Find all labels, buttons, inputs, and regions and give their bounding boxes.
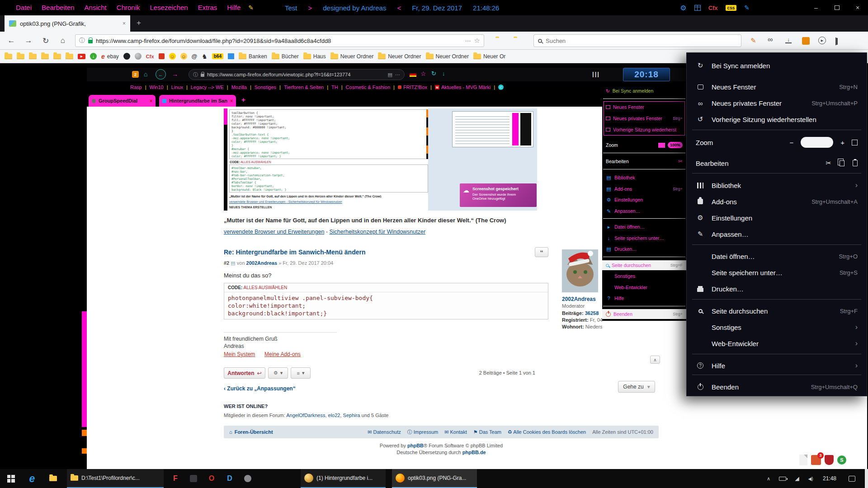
tray-expand-icon[interactable]: ∧ bbox=[762, 469, 775, 488]
menu-item-library[interactable]: Bibliothek› bbox=[687, 177, 867, 193]
user-posts-count-link[interactable]: 36258 bbox=[585, 310, 599, 316]
downloads-icon[interactable]: ↓ bbox=[785, 38, 792, 43]
post2-author-link[interactable]: 2002Andreas bbox=[246, 260, 278, 266]
left-scrollbar-thumb[interactable] bbox=[82, 311, 87, 427]
minimize-button[interactable]: – bbox=[806, 0, 826, 15]
select-all-link[interactable]: ALLES AUSWÄHLEN bbox=[243, 285, 287, 290]
quote-button[interactable]: “ bbox=[535, 247, 548, 257]
globe-icon[interactable] bbox=[135, 53, 142, 60]
b64-icon[interactable]: b64 bbox=[212, 53, 223, 59]
mein-system-link[interactable]: Mein System bbox=[224, 351, 255, 357]
close-button[interactable]: × bbox=[847, 0, 868, 15]
forward-icon[interactable]: → bbox=[22, 36, 35, 45]
site-info-icon[interactable]: ⓘ bbox=[79, 37, 85, 45]
green-app-icon[interactable]: S bbox=[837, 455, 846, 465]
taskbar-app1-icon[interactable]: F bbox=[166, 469, 184, 488]
edge-icon[interactable]: e bbox=[22, 469, 42, 488]
topic-tools-button[interactable]: ⚙▾ bbox=[268, 367, 288, 379]
scrollbar-button-icon[interactable] bbox=[82, 430, 87, 436]
url-input[interactable] bbox=[96, 38, 462, 44]
bookmark-folder-icon[interactable] bbox=[53, 54, 61, 59]
bookmark-folder-icon[interactable] bbox=[5, 54, 12, 59]
menu-item-addons[interactable]: Add-onsStrg+Umschalt+A bbox=[687, 193, 867, 210]
page-actions-icon[interactable]: ⋯ bbox=[465, 38, 471, 44]
scroll-top-button[interactable]: ∧ bbox=[650, 356, 660, 364]
member-link[interactable]: AngelOfDarkness bbox=[286, 413, 325, 418]
zoom-level-pill[interactable] bbox=[801, 137, 833, 148]
smiley-icon[interactable]: ☺ bbox=[169, 53, 176, 60]
cut-icon[interactable]: ✂ bbox=[826, 159, 831, 167]
phpbb-link[interactable]: phpBB bbox=[407, 443, 424, 448]
at-icon[interactable]: @ bbox=[192, 53, 198, 60]
bookmark-folder-neuer3[interactable]: Neuer Ordner bbox=[426, 53, 469, 60]
home-icon[interactable]: ⌂ bbox=[56, 36, 70, 45]
update-tray-icon[interactable]: 3 bbox=[811, 455, 821, 465]
post2-title[interactable]: Re: Hintergrundfarbe im Sanwich-Menü änd… bbox=[224, 249, 365, 256]
sidebar-icon[interactable] bbox=[835, 38, 836, 45]
copy-icon[interactable] bbox=[840, 160, 844, 166]
taskbar-clock[interactable]: 21:48 bbox=[817, 469, 842, 488]
bookmark-folder-neuer1[interactable]: Neuer Ordner bbox=[330, 53, 373, 60]
battery-icon[interactable] bbox=[776, 469, 789, 488]
bookmark-folder-banken[interactable]: Banken bbox=[239, 53, 267, 60]
goto-dropdown[interactable]: Gehe zu▾ bbox=[618, 381, 655, 393]
smiley2-icon[interactable]: ☺ bbox=[180, 53, 187, 60]
menu-item-private-window[interactable]: ∞ Neues privates FensterStrg+Umschalt+P bbox=[687, 95, 867, 111]
antivirus-shield-icon[interactable] bbox=[825, 455, 834, 465]
taskbar-folder-window[interactable]: D:\Test1\Profilordner\c... bbox=[67, 469, 164, 488]
red-app-icon[interactable] bbox=[159, 53, 165, 59]
menu-item-settings[interactable]: ⚙ Einstellungen bbox=[687, 210, 867, 226]
tab-optik03[interactable]: optik03.png (PNG-Grafik, × bbox=[5, 15, 130, 32]
menu-chronik[interactable]: Chronik bbox=[112, 0, 145, 15]
menu-item-more[interactable]: Sonstiges› bbox=[687, 319, 867, 335]
search-input[interactable] bbox=[546, 38, 737, 44]
zoom-out-button[interactable]: − bbox=[789, 139, 793, 146]
network-icon[interactable]: ◢ bbox=[790, 469, 804, 488]
maximize-button[interactable] bbox=[826, 0, 847, 15]
menu-item-find-in-page[interactable]: Seite durchsuchenStrg+F bbox=[687, 303, 867, 319]
menu-datei[interactable]: Datei bbox=[11, 0, 37, 15]
taskbar-image-window[interactable]: optik03.png (PNG-Gra... bbox=[392, 469, 477, 488]
explorer-icon[interactable] bbox=[42, 469, 63, 488]
sync-tabs-icon[interactable]: ∞ bbox=[768, 36, 773, 44]
theme-brush-icon[interactable]: ✎ bbox=[750, 37, 756, 45]
menu-hilfe[interactable]: Hilfe bbox=[222, 0, 245, 15]
menu-item-open-file[interactable]: Datei öffnen…Strg+O bbox=[687, 248, 867, 264]
chess-icon[interactable]: ♞ bbox=[202, 53, 208, 60]
extension-icon[interactable] bbox=[802, 37, 810, 45]
bookmark-folder-icon[interactable] bbox=[17, 54, 24, 59]
taskbar-app4-icon[interactable]: D bbox=[221, 469, 239, 488]
meine-addons-link[interactable]: Meine Add-ons bbox=[264, 351, 301, 357]
reload-icon[interactable]: ↻ bbox=[39, 36, 52, 46]
back-icon[interactable]: ← bbox=[5, 36, 18, 45]
new-tab-button[interactable]: + bbox=[137, 19, 141, 28]
imprint-link[interactable]: ⓘ Impressum bbox=[407, 429, 438, 436]
back-to-forum-link[interactable]: ‹ Zurück zu „Anpassungen“ bbox=[224, 385, 296, 392]
menu-extras[interactable]: Extras bbox=[193, 0, 222, 15]
calendar-icon[interactable] bbox=[694, 5, 701, 11]
tab-close-icon[interactable]: × bbox=[123, 20, 126, 27]
css-badge-icon[interactable]: css bbox=[726, 5, 737, 11]
team-link[interactable]: ⚑ Das Team bbox=[473, 429, 501, 435]
delete-cookies-link[interactable]: ♻ Alle Cookies des Boards löschen bbox=[508, 429, 586, 435]
user-name-link[interactable]: 2002Andreas bbox=[562, 296, 596, 302]
cfx-logo-icon[interactable]: Cfx bbox=[708, 5, 718, 11]
paste-icon[interactable] bbox=[853, 160, 858, 166]
media-icon[interactable]: ▶ bbox=[818, 37, 826, 44]
bookmark-folder-icon[interactable] bbox=[66, 54, 73, 59]
bookmark-ebay[interactable]: e ebay bbox=[101, 53, 119, 60]
menu-bearbeiten[interactable]: Bearbeiten bbox=[37, 0, 80, 15]
menu-item-sync[interactable]: ↻ Bei Sync anmelden bbox=[687, 57, 867, 74]
contact-link[interactable]: ✉ Kontakt bbox=[444, 429, 467, 435]
bookmark-folder-buecher[interactable]: Bücher bbox=[272, 53, 299, 60]
reply-button[interactable]: Antworten ↩ bbox=[224, 367, 265, 379]
cfx-mini-icon[interactable]: Cfx bbox=[146, 54, 154, 59]
start-button[interactable] bbox=[0, 469, 22, 488]
bookmark-folder-neuer4[interactable]: Neuer Or bbox=[473, 53, 505, 60]
menu-item-quit[interactable]: BeendenStrg+Umschalt+Q bbox=[687, 379, 867, 395]
taskbar-app2-icon[interactable] bbox=[184, 469, 203, 488]
menu-item-help[interactable]: ? Hilfe› bbox=[687, 357, 867, 374]
volume-icon[interactable]: ◀) bbox=[804, 469, 817, 488]
taskbar-thread-window[interactable]: (1) Hintergrundfarbe i... bbox=[301, 469, 386, 488]
menu-ansicht[interactable]: Ansicht bbox=[80, 0, 112, 15]
